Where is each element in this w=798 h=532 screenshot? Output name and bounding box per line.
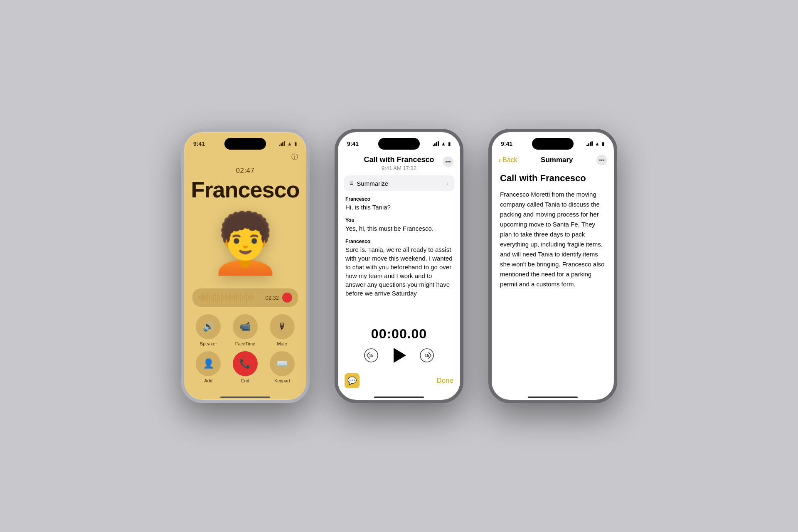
speaker-icon[interactable]: 🔊 xyxy=(196,314,221,339)
play-button[interactable] xyxy=(390,347,408,364)
mute-label: Mute xyxy=(277,341,287,346)
wifi-icon-2: ▲ xyxy=(441,141,446,147)
transcript-screen: Call with Francesco 9:41 AM 17:32 ••• ≡ … xyxy=(338,153,460,394)
svg-text:15: 15 xyxy=(424,353,429,358)
message-text-3: Sure is. Tania, we're all ready to assis… xyxy=(345,245,453,298)
transcript-footer: 💬 Done xyxy=(338,370,460,394)
summarize-row[interactable]: ≡ Summarize › xyxy=(344,175,454,191)
message-text-2: Yes, hi, this must be Francesco. xyxy=(345,224,453,233)
transcript-title: Call with Francesco xyxy=(346,155,452,164)
facetime-label: FaceTime xyxy=(235,341,256,346)
info-icon[interactable]: ⓘ xyxy=(291,153,298,162)
wifi-icon-1: ▲ xyxy=(287,141,292,147)
speaker-2: You xyxy=(345,217,453,223)
transcript-messages: Francesco Hi, is this Tania? You Yes, hi… xyxy=(338,196,460,322)
add-button[interactable]: 👤 Add xyxy=(192,351,224,383)
summarize-chevron-icon: › xyxy=(446,180,448,187)
more-button-3[interactable]: ••• xyxy=(596,155,607,165)
wifi-icon-3: ▲ xyxy=(595,141,600,147)
waveform-visual xyxy=(198,292,262,303)
summary-body-text: Francesco Moretti from the moving compan… xyxy=(500,190,606,289)
forward-button[interactable]: 15 xyxy=(419,348,434,363)
add-label: Add xyxy=(204,378,213,383)
done-button[interactable]: Done xyxy=(436,377,453,385)
signal-icon-3 xyxy=(586,141,593,146)
transcript-header: Call with Francesco 9:41 AM 17:32 ••• xyxy=(338,153,460,175)
signal-icon-2 xyxy=(433,141,439,146)
summary-nav: ‹ Back Summary ••• xyxy=(492,153,614,169)
home-indicator-1 xyxy=(220,397,270,398)
phone-active-call: 9:41 ▲ ▮ ⓘ 02:47 Francesco 🧑‍🦱 xyxy=(181,129,310,403)
caller-avatar: 🧑‍🦱 xyxy=(209,198,282,288)
keypad-label: Keypad xyxy=(274,378,290,383)
facetime-button[interactable]: 📹 FaceTime xyxy=(229,314,261,346)
back-button[interactable]: ‹ Back xyxy=(498,156,517,165)
play-triangle-icon xyxy=(394,348,406,363)
call-timer: 02:47 xyxy=(236,167,254,175)
svg-text:15: 15 xyxy=(369,353,374,358)
end-label: End xyxy=(241,378,249,383)
status-icons-2: ▲ ▮ xyxy=(433,141,451,147)
mute-icon[interactable]: 🎙 xyxy=(270,314,295,339)
waveform-bar: 02:32 xyxy=(192,288,298,307)
keypad-button[interactable]: ⌨️ Keypad xyxy=(266,351,298,383)
transcript-subtitle: 9:41 AM 17:32 xyxy=(346,165,452,171)
summary-content: Call with Francesco Francesco Moretti fr… xyxy=(492,169,614,394)
keypad-icon[interactable]: ⌨️ xyxy=(270,351,295,376)
speaker-label: Speaker xyxy=(200,341,217,346)
facetime-icon[interactable]: 📹 xyxy=(233,314,258,339)
wave-time: 02:32 xyxy=(265,295,279,301)
battery-icon-2: ▮ xyxy=(448,141,451,147)
phone-transcript: 9:41 ▲ ▮ Call with Francesco 9:41 AM 17:… xyxy=(335,129,463,403)
speaker-1: Francesco xyxy=(345,196,453,202)
home-indicator-3 xyxy=(528,397,578,398)
record-button[interactable] xyxy=(282,293,292,303)
avatar-memoji: 🧑‍🦱 xyxy=(209,214,282,273)
dynamic-island-3 xyxy=(532,138,574,150)
status-time-2: 9:41 xyxy=(347,140,359,147)
status-time-3: 9:41 xyxy=(501,140,512,147)
message-1: Francesco Hi, is this Tania? xyxy=(345,196,453,212)
playback-section: 00:00.00 15 15 xyxy=(338,322,460,370)
back-label: Back xyxy=(502,156,517,164)
summarize-left: ≡ Summarize xyxy=(350,180,388,187)
signal-icon-1 xyxy=(279,141,285,146)
mute-button[interactable]: 🎙 Mute xyxy=(266,314,298,346)
call-screen: ⓘ 02:47 Francesco 🧑‍🦱 02:32 🔊 xyxy=(184,153,306,394)
end-button[interactable]: 📞 End xyxy=(229,351,261,383)
call-buttons-grid: 🔊 Speaker 📹 FaceTime 🎙 Mute 👤 Add 📞 End … xyxy=(192,314,298,383)
add-icon[interactable]: 👤 xyxy=(196,351,221,376)
summary-call-title: Call with Francesco xyxy=(500,173,606,184)
speaker-3: Francesco xyxy=(345,239,453,244)
playback-timer: 00:00.00 xyxy=(371,326,427,342)
chat-icon[interactable]: 💬 xyxy=(345,373,360,388)
summarize-label: Summarize xyxy=(357,180,388,187)
end-icon[interactable]: 📞 xyxy=(233,351,258,376)
dynamic-island xyxy=(224,138,266,150)
message-text-1: Hi, is this Tania? xyxy=(345,203,453,212)
summary-screen: ‹ Back Summary ••• Call with Francesco F… xyxy=(492,153,614,394)
status-time-1: 9:41 xyxy=(193,140,205,147)
status-icons-1: ▲ ▮ xyxy=(279,141,297,147)
message-2: You Yes, hi, this must be Francesco. xyxy=(345,217,453,233)
battery-icon-1: ▮ xyxy=(294,141,297,147)
speaker-button[interactable]: 🔊 Speaker xyxy=(192,314,224,346)
battery-icon-3: ▮ xyxy=(602,141,605,147)
summarize-icon: ≡ xyxy=(350,180,353,187)
dynamic-island-2 xyxy=(378,138,420,150)
playback-controls: 15 15 xyxy=(364,347,434,364)
summary-nav-title: Summary xyxy=(541,156,573,164)
rewind-button[interactable]: 15 xyxy=(364,348,379,363)
more-button-2[interactable]: ••• xyxy=(443,156,453,167)
home-indicator-2 xyxy=(374,397,424,398)
back-chevron-icon: ‹ xyxy=(498,156,501,165)
status-icons-3: ▲ ▮ xyxy=(586,141,605,147)
phone-summary: 9:41 ▲ ▮ ‹ Back Summary ••• Call with Fr… xyxy=(488,129,617,403)
message-3: Francesco Sure is. Tania, we're all read… xyxy=(345,239,453,298)
